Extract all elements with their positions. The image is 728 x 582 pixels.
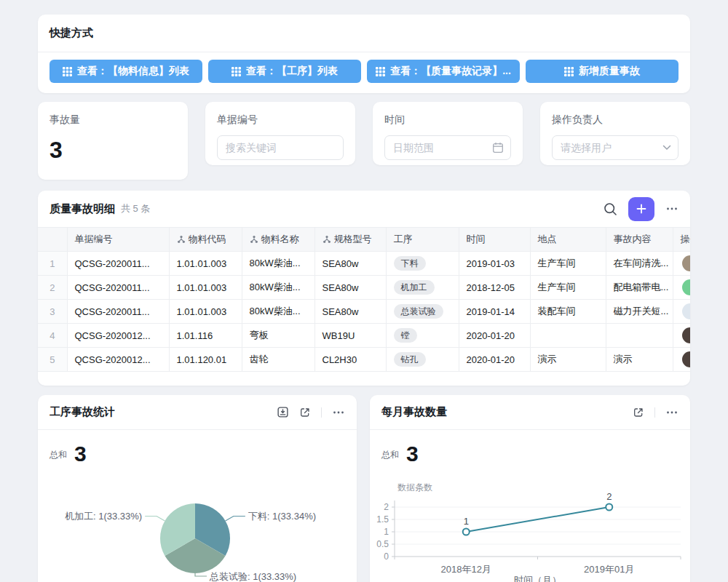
cell: 3 <box>38 300 67 324</box>
process-tag: 钻孔 <box>394 352 426 367</box>
column-header[interactable]: 物料代码 <box>169 228 242 252</box>
cell: 2019-01-03 <box>459 252 530 276</box>
calendar-icon[interactable] <box>492 142 504 154</box>
pie-label-connector <box>145 517 165 522</box>
shortcut-button-label: 查看：【物料信息】列表 <box>77 65 189 78</box>
time-filter-card: 时间 <box>373 102 523 165</box>
cell: SEA80w <box>314 300 386 324</box>
x-tick-label: 2019年01月 <box>584 564 634 575</box>
column-header[interactable]: 单据编号 <box>67 228 169 252</box>
sum-value: 3 <box>406 443 419 465</box>
column-header[interactable]: 地点 <box>530 228 606 252</box>
dashboard-page: 快捷方式 查看：【物料信息】列表查看：【工序】列表查看：【质量事故记录】...新… <box>0 0 728 582</box>
shortcut-button[interactable]: 新增质量事故 <box>526 60 678 83</box>
incident-count-card: 事故量 3 <box>38 102 188 180</box>
table-row[interactable]: 5QCSG-2020012...1.01.120.01齿轮CL2H30钻孔202… <box>38 348 690 372</box>
data-point[interactable] <box>606 504 612 511</box>
table-row-count: 共 5 条 <box>121 202 150 215</box>
cell: QCSG-2020012... <box>67 324 169 348</box>
x-tick-label: 2018年12月 <box>441 564 491 575</box>
grid-icon <box>63 67 72 76</box>
cell: 下料 <box>386 252 459 276</box>
column-header[interactable]: 时间 <box>459 228 530 252</box>
shortcut-button[interactable]: 查看：【质量事故记录】... <box>367 60 520 83</box>
cell: 1.01.120.01 <box>169 348 242 372</box>
more-button[interactable] <box>665 406 678 419</box>
table-row[interactable]: 4QCSG-2020012...1.01.116弯板WB19U镗2020-01-… <box>38 324 690 348</box>
column-header-label: 操作负责人 <box>681 234 691 244</box>
column-header[interactable]: 操作负责人 <box>673 228 690 252</box>
chevron-down-icon[interactable] <box>662 145 671 151</box>
process-chart-summary: 总和 3 <box>38 430 357 465</box>
avatar <box>682 255 691 271</box>
cell: 磁力开关短... <box>606 300 673 324</box>
sum-value: 3 <box>74 443 87 465</box>
cell: 80kW柴油... <box>242 252 314 276</box>
column-header[interactable]: 事故内容 <box>606 228 673 252</box>
column-header[interactable]: 工序 <box>386 228 459 252</box>
process-tag: 总装试验 <box>394 304 443 319</box>
process-chart-title: 工序事故统计 <box>50 405 115 419</box>
add-record-button[interactable] <box>628 197 654 221</box>
cell <box>673 300 690 324</box>
cell: SEA80w <box>314 276 386 300</box>
operator-select[interactable] <box>552 135 678 160</box>
table-row[interactable]: 1QCSG-2020011...1.01.01.00380kW柴油...SEA8… <box>38 252 690 276</box>
sum-label: 总和 <box>50 449 67 465</box>
pie-label: 机加工: 1(33.33%) <box>65 511 142 522</box>
y-tick-label: 1.5 <box>376 514 389 525</box>
cell: 2 <box>38 276 67 300</box>
process-pie-chart: 下料: 1(33.34%)总装试验: 1(33.33%)机加工: 1(33.33… <box>50 473 345 582</box>
column-header[interactable]: 规格型号 <box>314 228 386 252</box>
table-header-bar: 质量事故明细 共 5 条 <box>38 191 690 227</box>
cell: 5 <box>38 348 67 372</box>
sum-label: 总和 <box>381 449 399 465</box>
column-header[interactable]: 物料名称 <box>242 228 314 252</box>
cell: 弯板 <box>242 324 314 348</box>
shortcut-button[interactable]: 查看：【工序】列表 <box>208 60 361 83</box>
cell: 1.01.116 <box>169 324 242 348</box>
cell: 演示 <box>530 348 606 372</box>
add-icon <box>636 203 647 215</box>
cell: 在车间清洗... <box>606 252 673 276</box>
shortcuts-card: 快捷方式 查看：【物料信息】列表查看：【工序】列表查看：【质量事故记录】...新… <box>38 15 690 93</box>
grid-icon <box>376 67 385 76</box>
cell: 生产车间 <box>530 252 606 276</box>
doc-no-search-input[interactable] <box>217 135 344 160</box>
incident-table: 单据编号物料代码物料名称规格型号工序时间地点事故内容操作负责人1QCSG-202… <box>38 227 690 372</box>
data-point[interactable] <box>463 529 470 535</box>
column-header-label: 事故内容 <box>614 234 652 244</box>
column-header[interactable] <box>38 228 67 252</box>
shortcut-button[interactable]: 查看：【物料信息】列表 <box>50 60 202 83</box>
cell: 2020-01-20 <box>459 324 530 348</box>
expand-button[interactable] <box>633 407 644 418</box>
monthly-chart-title: 每月事故数量 <box>381 405 447 419</box>
y-tick-label: 2 <box>384 502 389 512</box>
column-header-label: 物料名称 <box>261 234 299 244</box>
more-icon <box>665 406 678 419</box>
monthly-chart-header: 每月事故数量 <box>370 395 690 430</box>
process-chart-tools <box>277 406 345 419</box>
table-scroll-area[interactable]: 单据编号物料代码物料名称规格型号工序时间地点事故内容操作负责人1QCSG-202… <box>38 227 690 372</box>
process-tag: 下料 <box>394 256 426 271</box>
cell: 1.01.01.003 <box>169 252 242 276</box>
monthly-chart-summary: 总和 3 <box>370 430 690 465</box>
expand-icon <box>633 407 644 418</box>
more-button[interactable] <box>332 406 345 419</box>
y-tick-label: 0.5 <box>376 539 389 549</box>
cell: QCSG-2020012... <box>67 348 169 372</box>
y-tick-label: 0 <box>384 551 389 562</box>
cell: WB19U <box>314 324 386 348</box>
download-button[interactable] <box>277 406 289 418</box>
cell: 1 <box>38 252 67 276</box>
table-row[interactable]: 2QCSG-2020011...1.01.01.00380kW柴油...SEA8… <box>38 276 690 300</box>
table-row[interactable]: 3QCSG-2020011...1.01.01.00380kW柴油...SEA8… <box>38 300 690 324</box>
x-axis-title: 时间（月） <box>514 575 561 582</box>
search-button[interactable] <box>604 202 617 216</box>
more-icon <box>332 406 345 419</box>
more-button[interactable] <box>665 202 678 215</box>
expand-button[interactable] <box>299 407 311 418</box>
grid-icon <box>232 67 241 76</box>
column-header-label: 规格型号 <box>334 234 372 244</box>
incident-table-card: 质量事故明细 共 5 条 单据编号物料代码物料名称规格型号工序时间地点事故内容操… <box>38 191 690 386</box>
